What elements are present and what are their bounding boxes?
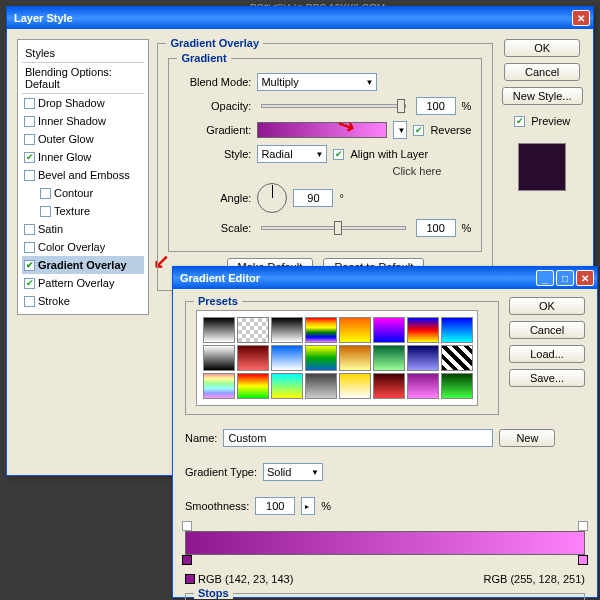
opacity-label: Opacity:	[179, 100, 251, 112]
layer-style-title: Layer Style	[10, 12, 570, 24]
style-item-color-overlay[interactable]: Color Overlay	[22, 238, 144, 256]
checkbox[interactable]	[24, 116, 35, 127]
checkbox[interactable]	[40, 206, 51, 217]
blend-mode-label: Blend Mode:	[179, 76, 251, 88]
gradient-strip[interactable]	[185, 531, 585, 555]
blending-options[interactable]: Blending Options: Default	[22, 63, 144, 94]
checkbox[interactable]	[24, 296, 35, 307]
panel-title: Gradient Overlay	[166, 37, 263, 49]
reverse-label: Reverse	[430, 124, 471, 136]
scale-label: Scale:	[179, 222, 251, 234]
angle-input[interactable]: 90	[293, 189, 333, 207]
gradient-group: Gradient Blend Mode: Multiply▼ Opacity: …	[168, 58, 482, 252]
style-label: Style:	[179, 148, 251, 160]
checkbox[interactable]: ✔	[24, 152, 35, 163]
ok-button[interactable]: OK	[504, 39, 580, 57]
minimize-icon[interactable]: _	[536, 270, 554, 286]
checkbox[interactable]: ✔	[24, 260, 35, 271]
checkbox[interactable]: ✔	[24, 278, 35, 289]
preview-checkbox[interactable]: ✔	[514, 116, 525, 127]
ge-ok-button[interactable]: OK	[509, 297, 585, 315]
checkbox[interactable]	[24, 98, 35, 109]
style-item-inner-glow[interactable]: ✔Inner Glow	[22, 148, 144, 166]
chevron-down-icon: ▼	[366, 78, 374, 87]
angle-label: Angle:	[179, 192, 251, 204]
gradient-editor-titlebar[interactable]: Gradient Editor _ □ ✕	[173, 267, 597, 289]
ge-cancel-button[interactable]: Cancel	[509, 321, 585, 339]
presets-label: Presets	[194, 295, 242, 307]
style-item-drop-shadow[interactable]: Drop Shadow	[22, 94, 144, 112]
close-icon[interactable]: ✕	[576, 270, 594, 286]
gradient-picker-arrow[interactable]: ▼	[393, 121, 407, 139]
color-stop-left[interactable]	[182, 555, 192, 565]
right-stop-value: RGB (255, 128, 251)	[483, 573, 585, 585]
style-item-inner-shadow[interactable]: Inner Shadow	[22, 112, 144, 130]
blend-mode-select[interactable]: Multiply▼	[257, 73, 377, 91]
opacity-stop-right[interactable]	[578, 521, 588, 531]
gradient-preview[interactable]	[257, 122, 387, 138]
stops-group: Stops	[185, 593, 585, 600]
reverse-checkbox[interactable]: ✔	[413, 125, 424, 136]
opacity-stop-left[interactable]	[182, 521, 192, 531]
style-item-satin[interactable]: Satin	[22, 220, 144, 238]
presets-grid[interactable]	[196, 310, 478, 406]
layer-style-titlebar[interactable]: Layer Style ✕	[7, 7, 593, 29]
style-item-contour[interactable]: Contour	[22, 184, 144, 202]
maximize-icon[interactable]: □	[556, 270, 574, 286]
smooth-label: Smoothness:	[185, 500, 249, 512]
angle-dial[interactable]	[257, 183, 287, 213]
stops-label: Stops	[194, 587, 233, 599]
type-label: Gradient Type:	[185, 466, 257, 478]
scale-slider[interactable]	[261, 226, 405, 230]
styles-header[interactable]: Styles	[22, 44, 144, 63]
opacity-input[interactable]: 100	[416, 97, 456, 115]
close-icon[interactable]: ✕	[572, 10, 590, 26]
styles-list: Styles Blending Options: Default Drop Sh…	[17, 39, 149, 315]
align-checkbox[interactable]: ✔	[333, 149, 344, 160]
gradient-editor-title: Gradient Editor	[176, 272, 534, 284]
style-item-outer-glow[interactable]: Outer Glow	[22, 130, 144, 148]
preview-swatch	[518, 143, 566, 191]
style-item-texture[interactable]: Texture	[22, 202, 144, 220]
checkbox[interactable]	[24, 134, 35, 145]
align-label: Align with Layer	[350, 148, 428, 160]
preview-label: Preview	[531, 115, 570, 127]
new-gradient-button[interactable]: New	[499, 429, 555, 447]
smooth-input[interactable]: 100	[255, 497, 295, 515]
style-item-stroke[interactable]: Stroke	[22, 292, 144, 310]
checkbox[interactable]	[40, 188, 51, 199]
name-input[interactable]	[223, 429, 493, 447]
checkbox[interactable]	[24, 170, 35, 181]
gradient-editor-dialog: Gradient Editor _ □ ✕ Presets OK Cancel …	[172, 266, 598, 598]
smooth-arrow[interactable]: ▸	[301, 497, 315, 515]
name-label: Name:	[185, 432, 217, 444]
ge-save-button[interactable]: Save...	[509, 369, 585, 387]
click-here-annotation: Click here	[179, 165, 441, 177]
style-item-gradient-overlay[interactable]: ✔Gradient Overlay	[22, 256, 144, 274]
type-select[interactable]: Solid▼	[263, 463, 323, 481]
gradient-legend: Gradient	[177, 52, 230, 64]
swatch-icon	[185, 574, 195, 584]
left-stop-value: RGB (142, 23, 143)	[198, 573, 293, 585]
scale-input[interactable]: 100	[416, 219, 456, 237]
gradient-label: Gradient:	[179, 124, 251, 136]
color-stop-right[interactable]	[578, 555, 588, 565]
gradient-overlay-group: Gradient Overlay Gradient Blend Mode: Mu…	[157, 43, 493, 291]
style-item-pattern-overlay[interactable]: ✔Pattern Overlay	[22, 274, 144, 292]
style-item-bevel[interactable]: Bevel and Emboss	[22, 166, 144, 184]
checkbox[interactable]	[24, 242, 35, 253]
checkbox[interactable]	[24, 224, 35, 235]
ge-load-button[interactable]: Load...	[509, 345, 585, 363]
cancel-button[interactable]: Cancel	[504, 63, 580, 81]
style-select[interactable]: Radial▼	[257, 145, 327, 163]
presets-group: Presets	[185, 301, 499, 415]
opacity-slider[interactable]	[261, 104, 405, 108]
new-style-button[interactable]: New Style...	[502, 87, 583, 105]
